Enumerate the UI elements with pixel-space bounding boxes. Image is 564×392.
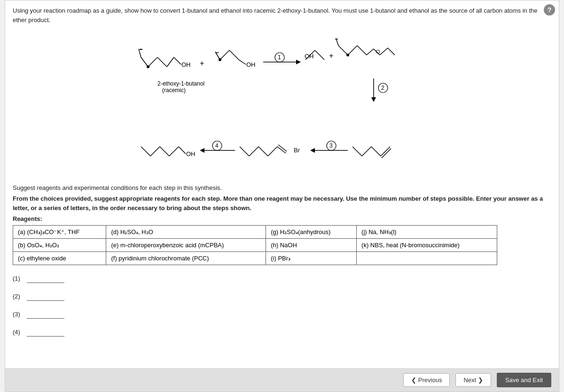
step1-input[interactable] xyxy=(27,274,64,283)
answer-row-1: (1) xyxy=(13,274,551,283)
svg-text:O: O xyxy=(376,49,380,55)
svg-line-25 xyxy=(348,46,357,55)
br-label: Br xyxy=(294,147,300,154)
svg-line-28 xyxy=(336,39,338,46)
reagent-b: (b) OsO₄, H₂O₂ xyxy=(13,239,106,252)
svg-marker-36 xyxy=(371,97,376,102)
answer-section: (1) (2) (3) (4) xyxy=(13,274,551,337)
step2-label: (2) xyxy=(13,293,27,300)
reagent-c: (c) ethylene oxide xyxy=(13,252,106,265)
reagent-f: (f) pyridinium chlorochromate (PCC) xyxy=(106,252,266,265)
reaction-svg: OH + OH xyxy=(113,29,451,180)
svg-text:3: 3 xyxy=(329,142,333,149)
svg-line-49 xyxy=(240,147,249,156)
help-button[interactable]: ? xyxy=(544,4,555,16)
svg-point-34 xyxy=(346,54,349,56)
svg-line-12 xyxy=(229,50,239,60)
next-button[interactable]: Next ❯ xyxy=(455,373,491,387)
svg-marker-46 xyxy=(200,148,204,153)
svg-line-27 xyxy=(367,49,374,55)
svg-line-3 xyxy=(167,57,174,67)
step4-label: (4) xyxy=(13,329,27,336)
svg-text:+: + xyxy=(329,52,333,60)
svg-text:OH: OH xyxy=(305,53,314,60)
svg-point-15 xyxy=(219,58,221,61)
question-text: Using your reaction roadmap as a guide, … xyxy=(13,6,551,24)
svg-line-0 xyxy=(141,57,148,67)
svg-line-39 xyxy=(141,147,150,156)
reagents-row-2: (b) OsO₄, H₂O₂ (e) m-chloroperoxybenzoic… xyxy=(13,239,497,252)
reagents-label: Reagents: xyxy=(13,215,551,222)
chevron-right-icon: ❯ xyxy=(478,376,483,384)
save-exit-button[interactable]: Save and Exit xyxy=(497,373,551,387)
svg-line-60 xyxy=(362,147,371,156)
previous-button[interactable]: ❮ Previous xyxy=(403,373,450,387)
svg-text:1: 1 xyxy=(278,54,281,61)
reagent-k: (k) NBS, heat (N-bromosuccinimide) xyxy=(357,239,497,252)
molecule-bottom-left: OH xyxy=(141,147,196,157)
molecule-1-butanol: OH xyxy=(139,49,191,68)
svg-line-26 xyxy=(357,46,367,55)
reagents-table: (a) (CH₃)₃CO⁻K⁺, THF (d) H₂SO₄, H₂O (g) … xyxy=(13,225,497,265)
reagent-g: (g) H₂SO₄(anhydrous) xyxy=(266,226,357,239)
svg-line-59 xyxy=(352,147,362,156)
step1-label: (1) xyxy=(13,275,27,282)
svg-marker-56 xyxy=(310,148,315,153)
reagent-d: (d) H₂SO₄, H₂O xyxy=(106,226,266,239)
svg-text:OH: OH xyxy=(186,150,196,157)
svg-line-21 xyxy=(315,50,324,60)
svg-line-42 xyxy=(169,147,179,156)
chevron-left-icon: ❮ xyxy=(411,376,416,384)
svg-line-13 xyxy=(239,60,246,64)
step3-label: (3) xyxy=(13,311,27,318)
product-racemic: (racemic) xyxy=(162,87,186,94)
molecule-ethanol: OH xyxy=(215,50,256,68)
step4-input[interactable] xyxy=(27,327,64,337)
svg-line-40 xyxy=(150,147,160,156)
answer-row-4: (4) xyxy=(13,327,551,337)
svg-point-8 xyxy=(147,65,149,68)
step3-input[interactable] xyxy=(27,309,64,319)
reaction-diagram: OH + OH xyxy=(13,29,551,180)
plus-sign-1: + xyxy=(200,59,204,67)
answer-row-3: (3) xyxy=(13,309,551,319)
svg-line-32 xyxy=(380,48,388,55)
reagent-a: (a) (CH₃)₃CO⁻K⁺, THF xyxy=(13,226,106,239)
svg-line-52 xyxy=(268,147,277,156)
svg-line-24 xyxy=(338,46,348,55)
reagent-j: (j) Na, NH₃(l) xyxy=(357,226,497,239)
molecule-oh-product: OH xyxy=(305,50,324,60)
svg-marker-17 xyxy=(296,60,301,64)
svg-line-51 xyxy=(258,147,268,156)
reagent-h: (h) NaOH xyxy=(266,239,357,252)
svg-text:4: 4 xyxy=(215,142,219,149)
bottom-bar: ❮ Previous Next ❯ Save and Exit xyxy=(5,368,559,392)
answer-row-2: (2) xyxy=(13,291,551,301)
molecule-bottom-right xyxy=(352,147,391,158)
main-container: ? Using your reaction roadmap as a guide… xyxy=(5,0,559,392)
bold-instruction: From the choices provided, suggest appro… xyxy=(13,194,551,212)
svg-line-11 xyxy=(220,50,229,60)
svg-text:2: 2 xyxy=(381,85,384,91)
svg-line-2 xyxy=(157,57,167,67)
svg-line-61 xyxy=(371,147,381,156)
reagent-empty xyxy=(357,252,497,265)
next-label: Next xyxy=(463,376,476,384)
molecule-product-right: O xyxy=(335,39,395,56)
reagent-i: (i) PBr₃ xyxy=(266,252,357,265)
previous-label: Previous xyxy=(418,376,442,384)
reagents-row-3: (c) ethylene oxide (f) pyridinium chloro… xyxy=(13,252,497,265)
svg-line-1 xyxy=(148,57,157,67)
svg-line-43 xyxy=(179,147,186,154)
step2-input[interactable] xyxy=(27,291,64,301)
svg-line-6 xyxy=(174,57,181,64)
svg-text:OH: OH xyxy=(246,61,256,68)
svg-line-33 xyxy=(388,48,395,55)
svg-text:OH: OH xyxy=(181,61,191,68)
molecule-bottom-middle xyxy=(240,145,287,156)
product-name: 2-ethoxy-1-butanol xyxy=(157,80,204,87)
svg-line-4 xyxy=(139,49,141,57)
reagents-row-1: (a) (CH₃)₃CO⁻K⁺, THF (d) H₂SO₄, H₂O (g) … xyxy=(13,226,497,239)
reagent-e: (e) m-chloroperoxybenzoic acid (mCPBA) xyxy=(106,239,266,252)
svg-line-41 xyxy=(160,147,169,156)
